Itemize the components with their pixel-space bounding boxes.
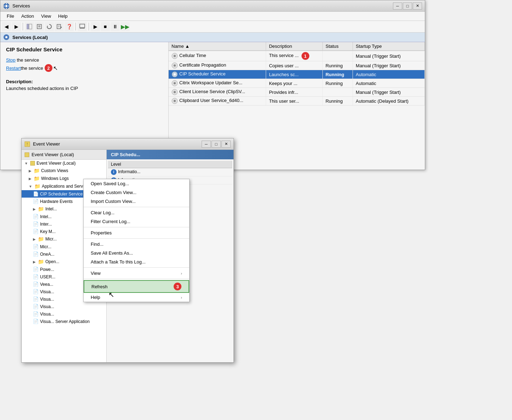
title-bar-title: Services: [12, 3, 30, 8]
ev-tree-custom-views[interactable]: ▶ 📁 Custom Views: [22, 167, 106, 175]
ctx-import-custom-view[interactable]: Import Custom View...: [84, 197, 189, 206]
toolbar: ◀ ▶ ❓ ▶ ■ ⏸ ▶▶: [0, 21, 425, 33]
cell-status: Running: [322, 70, 353, 79]
ctx-arrow-help: ›: [181, 295, 182, 300]
restart-button[interactable]: ▶▶: [120, 22, 130, 31]
console-root-button[interactable]: [78, 22, 87, 31]
stop-service-link[interactable]: Stop: [6, 57, 16, 63]
cell-startup: Automatic: [353, 79, 425, 88]
folder-icon: 📁: [38, 259, 44, 265]
ctx-view[interactable]: View ›: [84, 269, 189, 278]
table-row[interactable]: Certificate Propagation Copies user ... …: [169, 61, 425, 70]
cell-status: [322, 88, 353, 97]
ev-visua1-label: Visua...: [40, 289, 54, 294]
expand-arrow: ▶: [33, 260, 36, 264]
ev-veea-label: Veea...: [40, 282, 53, 287]
forward-button[interactable]: ▶: [12, 22, 21, 31]
stop-button[interactable]: ■: [101, 22, 110, 31]
svg-rect-5: [8, 6, 9, 6]
cell-status: Running: [322, 61, 353, 70]
ev-table-row[interactable]: iInformatio...: [108, 168, 232, 176]
services-breadcrumb-icon: [3, 34, 10, 40]
table-row[interactable]: CIP Scheduler Service Launches sc... Run…: [169, 70, 425, 79]
menu-view[interactable]: View: [38, 12, 55, 20]
ctx-attach-task[interactable]: Attach a Task To this Log...: [84, 257, 189, 266]
ctx-sep-5: [84, 279, 189, 279]
ctx-create-custom-view[interactable]: Create Custom View...: [84, 188, 189, 197]
services-table: Name ▲ Description Status Startup Type: [169, 42, 425, 106]
ev-tree-root[interactable]: ▼ Event Viewer (Local): [22, 160, 106, 167]
ev-title-bar: ! Event Viewer ─ □ ✕: [22, 138, 234, 150]
ctx-properties[interactable]: Properties: [84, 228, 189, 237]
ev-title: Event Viewer: [33, 141, 60, 147]
table-row[interactable]: Client License Service (ClipSV... Provid…: [169, 88, 425, 97]
ev-tree-visua-server[interactable]: 📄 Visua... Server Application: [22, 318, 106, 325]
show-hide-console-tree[interactable]: [25, 22, 34, 31]
properties-button[interactable]: [35, 22, 44, 31]
services-window-icon: [3, 3, 10, 9]
table-row[interactable]: Citrix Workspace Updater Se... Keeps you…: [169, 79, 425, 88]
cell-desc: Keeps your ...: [266, 79, 323, 88]
folder-icon: 📁: [38, 236, 44, 242]
menu-help[interactable]: Help: [55, 12, 71, 20]
ev-col-level[interactable]: Level: [108, 161, 232, 168]
svg-point-21: [174, 55, 176, 57]
restart-service-link[interactable]: Restart: [6, 66, 21, 71]
expand-arrow: ▶: [29, 169, 32, 173]
ev-tree-visua3[interactable]: 📄 Visua...: [22, 303, 106, 310]
ctx-clear-log[interactable]: Clear Log...: [84, 208, 189, 217]
menu-action[interactable]: Action: [18, 12, 38, 20]
cell-desc: This service ... 1: [266, 51, 323, 61]
cell-status: [322, 51, 353, 61]
file-icon: 📄: [33, 267, 39, 272]
cell-name: Cellular Time: [169, 51, 266, 61]
maximize-button[interactable]: □: [403, 2, 412, 10]
col-name[interactable]: Name ▲: [169, 42, 266, 51]
ctx-label: Import Custom View...: [91, 199, 136, 204]
close-button[interactable]: ✕: [413, 2, 422, 10]
ctx-label: Create Custom View...: [91, 190, 136, 195]
ctx-save-all-events[interactable]: Save All Events As...: [84, 249, 189, 257]
ev-intel1-label: Intel...: [45, 206, 57, 211]
ev-custom-views-label: Custom Views: [41, 168, 68, 173]
pause-button[interactable]: ⏸: [111, 22, 120, 31]
ctx-filter-log[interactable]: Filter Current Log...: [84, 217, 189, 226]
col-status[interactable]: Status: [322, 42, 353, 51]
cell-name: Client License Service (ClipSV...: [169, 88, 266, 97]
description-text: Launches scheduled actions in CIP: [6, 86, 163, 91]
ctx-label: Clear Log...: [91, 210, 114, 215]
ev-user-label: USER...: [40, 274, 55, 279]
ctx-help[interactable]: Help ›: [84, 293, 189, 302]
ev-onea-label: OneA...: [40, 252, 55, 257]
svg-rect-7: [29, 24, 32, 29]
context-menu: Open Saved Log... Create Custom View... …: [83, 179, 190, 302]
svg-rect-34: [25, 153, 29, 157]
export-list-button[interactable]: [55, 22, 64, 31]
toolbar-sep-2: [75, 23, 76, 30]
ev-micr2-label: Micr...: [40, 244, 51, 249]
cursor-icon: ↖: [53, 65, 58, 72]
ev-maximize[interactable]: □: [212, 141, 221, 148]
table-row[interactable]: Clipboard User Service_6d40... This user…: [169, 97, 425, 106]
ctx-arrow-view: ›: [181, 271, 182, 276]
ctx-find[interactable]: Find...: [84, 240, 189, 249]
refresh-button[interactable]: [45, 22, 54, 31]
col-startup[interactable]: Startup Type: [353, 42, 425, 51]
ctx-refresh[interactable]: Refresh 3: [84, 280, 189, 293]
play-button[interactable]: ▶: [91, 22, 100, 31]
ev-close[interactable]: ✕: [221, 141, 231, 148]
ctx-open-saved-log[interactable]: Open Saved Log...: [84, 179, 189, 188]
file-icon: 📄: [33, 191, 39, 197]
file-icon: 📄: [33, 274, 39, 279]
svg-point-27: [174, 82, 176, 84]
col-description[interactable]: Description: [266, 42, 323, 51]
minimize-button[interactable]: ─: [393, 2, 402, 10]
help-button[interactable]: ❓: [64, 22, 74, 31]
table-row[interactable]: Cellular Time This service ... 1 Manual …: [169, 51, 425, 61]
back-button[interactable]: ◀: [2, 22, 11, 31]
ev-minimize[interactable]: ─: [202, 141, 211, 148]
ev-tree-visua4[interactable]: 📄 Visua...: [22, 310, 106, 318]
menu-bar: File Action View Help: [0, 12, 425, 21]
svg-rect-16: [80, 24, 85, 28]
menu-file[interactable]: File: [3, 12, 18, 20]
